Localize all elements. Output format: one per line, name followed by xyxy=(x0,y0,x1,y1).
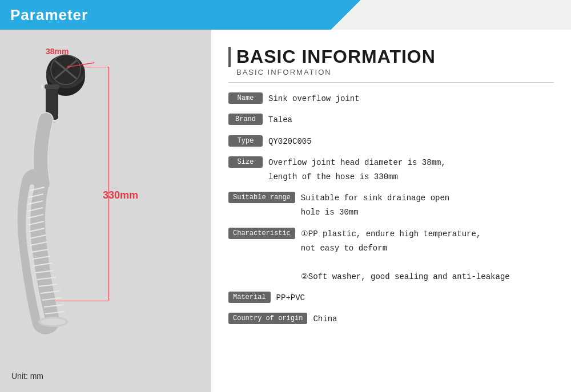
page-title: Parameter xyxy=(10,6,88,24)
svg-point-30 xyxy=(67,66,70,68)
section-subtitle: BASIC INFORMATION xyxy=(228,68,554,76)
info-panel: BASIC INFORMATION BASIC INFORMATION Name… xyxy=(211,30,571,392)
info-value: Overflow joint head diameter is 38mm, le… xyxy=(268,156,446,184)
info-row: NameSink overflow joint xyxy=(228,92,554,106)
info-value: ①PP plastic, endure high temperature, no… xyxy=(301,227,510,285)
svg-rect-7 xyxy=(45,84,59,89)
header: Parameter xyxy=(0,0,571,30)
svg-point-28 xyxy=(41,318,66,325)
dimension-38mm-label: 38mm xyxy=(46,47,69,56)
main-content: 38mm 330mm Unit: mm BASIC INFORMATION BA… xyxy=(0,30,571,392)
info-row: TypeQY020C005 xyxy=(228,135,554,149)
info-value: Sink overflow joint xyxy=(268,92,360,106)
info-badge: Brand xyxy=(228,114,263,125)
info-badge: Size xyxy=(228,156,263,168)
info-badge: Type xyxy=(228,135,263,147)
dimension-330mm-label: 330mm xyxy=(103,189,138,201)
section-divider xyxy=(228,82,554,83)
unit-label: Unit: mm xyxy=(11,371,43,381)
info-row: Country of originChina xyxy=(228,312,554,326)
info-row: Characteristic①PP plastic, endure high t… xyxy=(228,227,554,285)
info-badge: Country of origin xyxy=(228,313,307,324)
info-badge: Name xyxy=(228,92,263,104)
info-row: Brand Talea xyxy=(228,113,554,127)
info-badge: Characteristic xyxy=(228,228,295,239)
info-value: China xyxy=(313,312,337,326)
info-value: Suitable for sink drainage open hole is … xyxy=(301,191,449,220)
info-value: QY020C005 xyxy=(268,135,312,149)
info-row: SizeOverflow joint head diameter is 38mm… xyxy=(228,156,554,184)
info-rows-container: NameSink overflow jointBrand TaleaTypeQY… xyxy=(228,92,554,326)
section-title: BASIC INFORMATION xyxy=(228,47,554,67)
info-badge: Material xyxy=(228,292,271,303)
product-illustration xyxy=(11,41,183,378)
info-value: PP+PVC xyxy=(276,291,305,305)
product-image-panel: 38mm 330mm Unit: mm xyxy=(0,30,211,392)
info-row: Suitable rangeSuitable for sink drainage… xyxy=(228,191,554,220)
info-row: MaterialPP+PVC xyxy=(228,291,554,305)
info-badge: Suitable range xyxy=(228,192,295,203)
info-value: Talea xyxy=(268,113,292,127)
